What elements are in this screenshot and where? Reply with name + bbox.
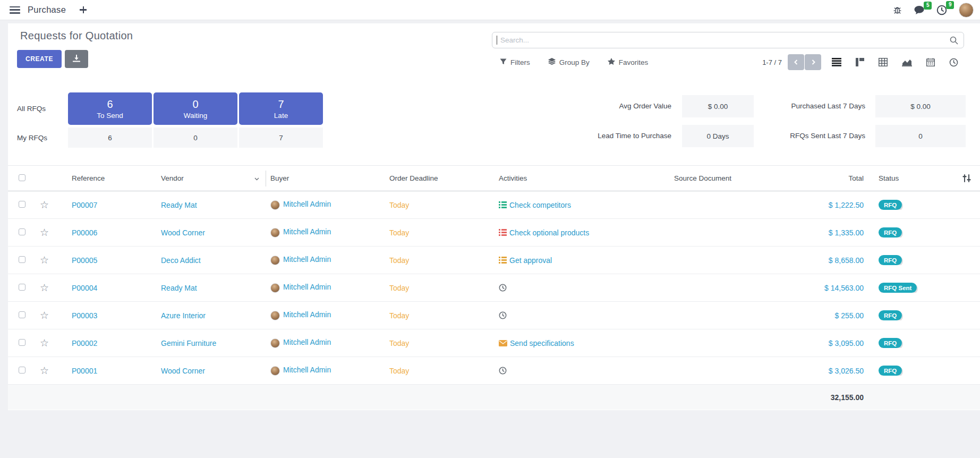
debug-bug-icon[interactable] bbox=[893, 5, 902, 14]
vendor-link[interactable]: Ready Mat bbox=[161, 284, 197, 292]
favorite-star-icon[interactable] bbox=[40, 310, 49, 320]
tasks-icon[interactable] bbox=[499, 229, 507, 236]
buyer-link[interactable]: Mitchell Admin bbox=[283, 310, 331, 319]
reference-link[interactable]: P00005 bbox=[72, 256, 97, 265]
buyer-avatar bbox=[270, 366, 280, 376]
select-all-checkbox[interactable] bbox=[19, 174, 25, 181]
rfqs-sent-7d-value: 0 bbox=[875, 125, 966, 147]
search-icon[interactable] bbox=[948, 36, 964, 45]
header-source-document[interactable]: Source Document bbox=[670, 174, 803, 182]
activity-view-icon[interactable] bbox=[949, 58, 958, 67]
header-reference[interactable]: Reference bbox=[67, 174, 157, 182]
vendor-link[interactable]: Deco Addict bbox=[161, 256, 201, 265]
optional-columns-icon[interactable] bbox=[953, 174, 978, 182]
vendor-link[interactable]: Ready Mat bbox=[161, 201, 197, 209]
favorite-star-icon[interactable] bbox=[40, 338, 49, 348]
status-badge: RFQ bbox=[879, 227, 902, 238]
group-by-button[interactable]: Group By bbox=[548, 58, 590, 66]
header-status[interactable]: Status bbox=[874, 174, 953, 182]
table-row[interactable]: P00001 Wood Corner Mitchell Admin Today … bbox=[8, 357, 980, 385]
buyer-link[interactable]: Mitchell Admin bbox=[283, 366, 331, 374]
buyer-link[interactable]: Mitchell Admin bbox=[283, 255, 331, 264]
my-waiting-count[interactable]: 0 bbox=[154, 128, 237, 148]
user-avatar[interactable] bbox=[959, 3, 974, 18]
table-row[interactable]: P00003 Azure Interior Mitchell Admin Tod… bbox=[8, 302, 980, 329]
clock-icon[interactable] bbox=[499, 311, 507, 319]
buyer-link[interactable]: Mitchell Admin bbox=[283, 283, 331, 291]
vendor-link[interactable]: Gemini Furniture bbox=[161, 339, 216, 347]
reference-link[interactable]: P00003 bbox=[72, 311, 97, 320]
table-row[interactable]: P00002 Gemini Furniture Mitchell Admin T… bbox=[8, 329, 980, 357]
all-rfqs-label: All RFQs bbox=[17, 105, 46, 113]
row-checkbox[interactable] bbox=[19, 228, 25, 235]
clock-icon[interactable] bbox=[499, 284, 507, 292]
filters-button[interactable]: Filters bbox=[500, 58, 530, 66]
activity-label-link[interactable]: Check optional products bbox=[509, 228, 589, 237]
new-tab-icon[interactable] bbox=[80, 6, 87, 13]
my-late-count[interactable]: 7 bbox=[239, 128, 323, 148]
buyer-link[interactable]: Mitchell Admin bbox=[283, 338, 331, 346]
buyer-link[interactable]: Mitchell Admin bbox=[283, 200, 331, 208]
row-checkbox[interactable] bbox=[19, 201, 25, 208]
purchased-7d-value: $ 0.00 bbox=[875, 95, 966, 117]
vendor-link[interactable]: Wood Corner bbox=[161, 228, 205, 237]
header-order-deadline[interactable]: Order Deadline bbox=[385, 174, 495, 182]
favorite-star-icon[interactable] bbox=[40, 283, 49, 293]
pager-previous-button[interactable] bbox=[788, 54, 804, 70]
kpi-card-to-send[interactable]: 6 To Send bbox=[68, 92, 152, 125]
activities-clock-icon[interactable]: 9 bbox=[936, 5, 947, 15]
favorite-star-icon[interactable] bbox=[40, 227, 49, 238]
header-total[interactable]: Total bbox=[803, 174, 874, 182]
buyer-avatar bbox=[270, 283, 280, 293]
vendor-link[interactable]: Azure Interior bbox=[161, 311, 206, 320]
buyer-avatar bbox=[270, 311, 280, 320]
table-row[interactable]: P00007 Ready Mat Mitchell Admin Today Ch… bbox=[8, 191, 980, 219]
pivot-view-icon[interactable] bbox=[879, 58, 888, 66]
table-row[interactable]: P00004 Ready Mat Mitchell Admin Today $ … bbox=[8, 274, 980, 302]
export-download-button[interactable] bbox=[65, 50, 88, 68]
row-checkbox[interactable] bbox=[19, 311, 25, 318]
favorites-button[interactable]: Favorites bbox=[608, 58, 649, 66]
activity-label-link[interactable]: Get approval bbox=[509, 256, 552, 265]
row-checkbox[interactable] bbox=[19, 284, 25, 291]
tasks-icon[interactable] bbox=[499, 257, 507, 264]
activity-label-link[interactable]: Check competitors bbox=[509, 201, 571, 209]
kpi-card-waiting[interactable]: 0 Waiting bbox=[154, 92, 237, 125]
row-checkbox[interactable] bbox=[19, 367, 25, 374]
messages-icon[interactable]: 5 bbox=[914, 5, 925, 15]
search-input[interactable] bbox=[497, 36, 948, 44]
search-bar[interactable] bbox=[492, 32, 964, 48]
header-activities[interactable]: Activities bbox=[495, 174, 670, 182]
create-button[interactable]: CREATE bbox=[17, 50, 62, 68]
row-checkbox[interactable] bbox=[19, 256, 25, 263]
activity-label-link[interactable]: Send specifications bbox=[510, 339, 574, 347]
buyer-link[interactable]: Mitchell Admin bbox=[283, 227, 331, 236]
reference-link[interactable]: P00002 bbox=[72, 339, 97, 347]
pager-next-button[interactable] bbox=[805, 54, 821, 70]
header-vendor[interactable]: Vendor bbox=[157, 171, 266, 186]
kpi-card-late[interactable]: 7 Late bbox=[239, 92, 323, 125]
envelope-icon[interactable] bbox=[499, 340, 507, 346]
my-to-send-count[interactable]: 6 bbox=[68, 128, 152, 148]
header-buyer[interactable]: Buyer bbox=[266, 174, 385, 182]
vendor-link[interactable]: Wood Corner bbox=[161, 367, 205, 375]
reference-link[interactable]: P00001 bbox=[72, 367, 97, 375]
table-row[interactable]: P00005 Deco Addict Mitchell Admin Today … bbox=[8, 247, 980, 274]
app-name[interactable]: Purchase bbox=[28, 5, 66, 15]
reference-link[interactable]: P00006 bbox=[72, 228, 97, 237]
clock-icon[interactable] bbox=[499, 367, 507, 375]
tasks-icon[interactable] bbox=[499, 201, 507, 208]
calendar-view-icon[interactable] bbox=[926, 58, 935, 66]
apps-menu-icon[interactable] bbox=[10, 6, 20, 14]
buyer-avatar bbox=[270, 338, 280, 348]
kanban-view-icon[interactable] bbox=[856, 58, 864, 66]
list-view-icon[interactable] bbox=[832, 58, 841, 66]
graph-view-icon[interactable] bbox=[902, 58, 912, 66]
reference-link[interactable]: P00007 bbox=[72, 201, 97, 209]
favorite-star-icon[interactable] bbox=[40, 255, 49, 265]
reference-link[interactable]: P00004 bbox=[72, 284, 97, 292]
table-row[interactable]: P00006 Wood Corner Mitchell Admin Today … bbox=[8, 219, 980, 247]
row-checkbox[interactable] bbox=[19, 339, 25, 346]
favorite-star-icon[interactable] bbox=[40, 366, 49, 376]
favorite-star-icon[interactable] bbox=[40, 200, 49, 210]
